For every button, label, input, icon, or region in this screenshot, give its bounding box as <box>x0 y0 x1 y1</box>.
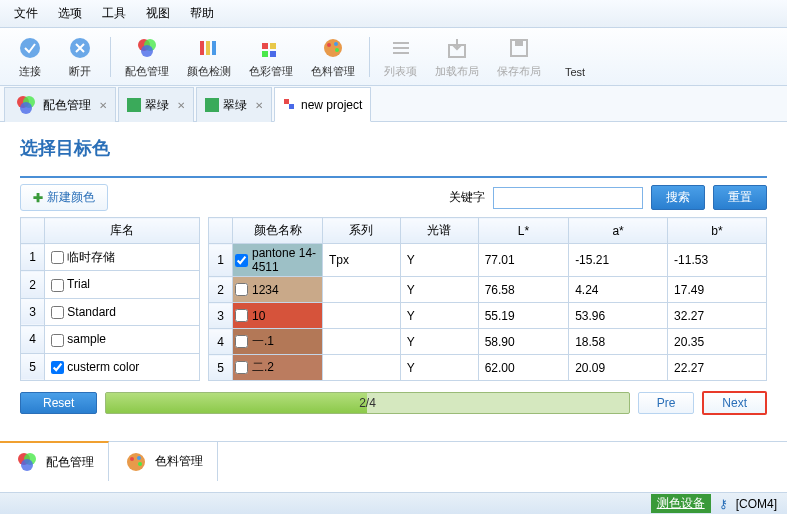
close-icon[interactable]: ✕ <box>99 100 107 111</box>
reset-button[interactable]: Reset <box>20 392 97 414</box>
svg-rect-26 <box>205 98 219 112</box>
next-button[interactable]: Next <box>702 391 767 415</box>
menu-2[interactable]: 工具 <box>92 2 136 25</box>
color-row[interactable]: 3 10 Y 55.19 53.96 32.27 <box>209 303 767 329</box>
separator <box>110 37 111 77</box>
library-row[interactable]: 3 Standard <box>21 298 200 325</box>
reset-search-button[interactable]: 重置 <box>713 185 767 210</box>
menu-0[interactable]: 文件 <box>4 2 48 25</box>
library-row[interactable]: 5 custerm color <box>21 353 200 380</box>
svg-rect-27 <box>284 99 289 104</box>
b-cell: 20.35 <box>668 329 767 355</box>
color-header-3[interactable]: L* <box>478 218 569 244</box>
bottom-tab-1[interactable]: 色料管理 <box>109 442 218 481</box>
menu-4[interactable]: 帮助 <box>180 2 224 25</box>
color-checkbox[interactable] <box>235 283 248 296</box>
l-cell: 58.90 <box>478 329 569 355</box>
l-cell: 76.58 <box>478 277 569 303</box>
b-cell: 17.49 <box>668 277 767 303</box>
close-icon[interactable]: ✕ <box>255 100 263 111</box>
color-checkbox[interactable] <box>235 309 248 322</box>
row-number: 2 <box>209 277 233 303</box>
-icon <box>561 36 589 64</box>
color-header-0[interactable]: 颜色名称 <box>233 218 323 244</box>
palette-icon <box>13 92 39 118</box>
color-header-4[interactable]: a* <box>569 218 668 244</box>
toolbar-label: 保存布局 <box>497 64 541 79</box>
toolbar-colors[interactable]: 色彩管理 <box>241 32 301 81</box>
svg-rect-6 <box>206 41 210 55</box>
device-status[interactable]: 测色设备 <box>651 494 711 513</box>
toolbar-test[interactable]: Test <box>551 34 599 80</box>
color-header-2[interactable]: 光谱 <box>400 218 478 244</box>
menu-3[interactable]: 视图 <box>136 2 180 25</box>
svg-point-0 <box>20 38 40 58</box>
color-header-1[interactable]: 系列 <box>323 218 401 244</box>
new-color-button[interactable]: ✚ 新建颜色 <box>20 184 108 211</box>
spectrum-cell: Y <box>400 244 478 277</box>
color-name-cell[interactable]: 一.1 <box>233 329 323 355</box>
svg-point-24 <box>20 102 32 114</box>
library-row[interactable]: 2 Trial <box>21 271 200 298</box>
toolbar-paint[interactable]: 色料管理 <box>303 32 363 81</box>
l-cell: 62.00 <box>478 355 569 381</box>
row-number: 1 <box>21 244 45 271</box>
color-table: 颜色名称系列光谱L*a*b* 1 pantone 14-4511 Tpx Y 7… <box>208 217 767 381</box>
color-checkbox[interactable] <box>235 335 248 348</box>
color-name: 一.1 <box>252 333 274 350</box>
toolbar-unlink[interactable]: 断开 <box>56 32 104 81</box>
tab-2[interactable]: 翠绿✕ <box>196 87 272 122</box>
bottom-tab-0[interactable]: 配色管理 <box>0 441 109 481</box>
series-cell: Tpx <box>323 244 401 277</box>
toolbar-label: 颜色检测 <box>187 64 231 79</box>
search-button[interactable]: 搜索 <box>651 185 705 210</box>
color-checkbox[interactable] <box>235 254 248 267</box>
color-header-5[interactable]: b* <box>668 218 767 244</box>
library-checkbox[interactable] <box>51 306 64 319</box>
library-checkbox[interactable] <box>51 361 64 374</box>
toolbar-label: 色彩管理 <box>249 64 293 79</box>
library-cell[interactable]: Trial <box>45 271 200 298</box>
color-name-cell[interactable]: 1234 <box>233 277 323 303</box>
color-row[interactable]: 2 1234 Y 76.58 4.24 17.49 <box>209 277 767 303</box>
color-row[interactable]: 4 一.1 Y 58.90 18.58 20.35 <box>209 329 767 355</box>
tab-3[interactable]: new project <box>274 87 371 122</box>
color-row[interactable]: 1 pantone 14-4511 Tpx Y 77.01 -15.21 -11… <box>209 244 767 277</box>
library-checkbox[interactable] <box>51 334 64 347</box>
library-cell[interactable]: Standard <box>45 298 200 325</box>
svg-point-15 <box>335 48 339 52</box>
tab-label: 配色管理 <box>43 97 91 114</box>
library-cell[interactable]: 临时存储 <box>45 244 200 271</box>
color-name-cell[interactable]: 二.2 <box>233 355 323 381</box>
color-name-cell[interactable]: pantone 14-4511 <box>233 244 323 277</box>
library-checkbox[interactable] <box>51 251 64 264</box>
toolbar-link[interactable]: 连接 <box>6 32 54 81</box>
tab-0[interactable]: 配色管理✕ <box>4 87 116 122</box>
search-input[interactable] <box>493 187 643 209</box>
toolbar-palette[interactable]: 配色管理 <box>117 32 177 81</box>
toolbar-detect[interactable]: 颜色检测 <box>179 32 239 81</box>
b-cell: 32.27 <box>668 303 767 329</box>
color-row[interactable]: 5 二.2 Y 62.00 20.09 22.27 <box>209 355 767 381</box>
library-row[interactable]: 4 sample <box>21 326 200 353</box>
color-name-cell[interactable]: 10 <box>233 303 323 329</box>
toolbar: 连接断开配色管理颜色检测色彩管理色料管理列表项加载布局保存布局Test <box>0 28 787 86</box>
library-checkbox[interactable] <box>51 279 64 292</box>
controls-row: ✚ 新建颜色 关键字 搜索 重置 <box>20 176 767 211</box>
library-cell[interactable]: sample <box>45 326 200 353</box>
tab-1[interactable]: 翠绿✕ <box>118 87 194 122</box>
series-cell <box>323 329 401 355</box>
library-cell[interactable]: custerm color <box>45 353 200 380</box>
search-area: 关键字 搜索 重置 <box>449 185 767 210</box>
palette-icon <box>14 449 40 475</box>
library-row[interactable]: 1 临时存储 <box>21 244 200 271</box>
svg-rect-21 <box>515 40 523 46</box>
menubar: 文件选项工具视图帮助 <box>0 0 787 28</box>
menu-1[interactable]: 选项 <box>48 2 92 25</box>
spectrum-cell: Y <box>400 303 478 329</box>
flag-icon <box>283 98 297 112</box>
close-icon[interactable]: ✕ <box>177 100 185 111</box>
toolbar-label: 连接 <box>19 64 41 79</box>
color-checkbox[interactable] <box>235 361 248 374</box>
pre-button[interactable]: Pre <box>638 392 695 414</box>
